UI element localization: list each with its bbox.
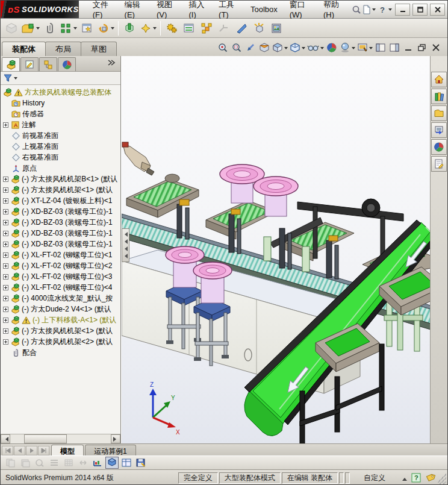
feed-tray-3[interactable] (283, 222, 354, 261)
tree-horizontal-scrollbar[interactable] (1, 434, 120, 443)
tree-row-origin[interactable]: 原点 (1, 163, 120, 174)
last-tab-icon[interactable] (38, 446, 49, 455)
explode-line-sketch-icon[interactable] (216, 20, 232, 37)
expand-toggle[interactable] (3, 285, 8, 290)
lines-icon[interactable] (48, 457, 61, 469)
tree-row-component[interactable]: (-) 4000流水线支架_默认_按 (1, 293, 120, 304)
tree-row-component[interactable]: (-) 方太接风机机架B<1> (默认 (1, 174, 120, 184)
tree-row-component-warning[interactable]: (-) 上下料移载-A<1> (默认 (1, 314, 120, 325)
open-component-icon[interactable] (20, 20, 41, 37)
prev-tab-icon[interactable] (14, 446, 25, 455)
tree-row-component[interactable]: (-) XL-FT-02 (铆螺母工位)<2 (1, 260, 120, 271)
expand-toggle[interactable] (3, 252, 8, 258)
menu-window[interactable]: 窗口(W) (284, 0, 317, 21)
menu-toolbox[interactable]: Toolbox (245, 3, 283, 16)
expand-toggle[interactable] (3, 122, 8, 128)
tree-row-history[interactable]: History (1, 98, 120, 108)
split-pane-right-icon[interactable] (388, 41, 401, 54)
tree-row-component[interactable]: (-) XD-BZ-03 (装螺母工位)-1 (1, 228, 120, 239)
scroll-right-arrow[interactable] (111, 434, 120, 443)
copy-settings-icon[interactable] (19, 457, 32, 469)
design-library-icon[interactable] (431, 89, 447, 104)
minimize-document-icon[interactable] (402, 41, 415, 54)
feature-manager-tab[interactable] (2, 57, 20, 71)
tree-row-sensors[interactable]: 传感器 (1, 108, 120, 119)
graphics-area[interactable]: Z Y X (121, 56, 430, 443)
expand-toggle[interactable] (3, 318, 8, 323)
cable-reel[interactable] (362, 199, 380, 217)
expand-toggle[interactable] (3, 339, 8, 345)
sketch-check-icon[interactable] (33, 457, 46, 469)
tag-icon[interactable] (423, 471, 438, 484)
tree-root-row[interactable]: 方太接风机装螺母总装配体 (1, 87, 120, 98)
close-button[interactable] (430, 4, 445, 16)
view-orientation-icon[interactable] (272, 41, 288, 54)
reference-geometry-icon[interactable] (138, 20, 158, 37)
resize-grip[interactable] (438, 470, 446, 485)
robot-arm[interactable] (122, 142, 154, 175)
move-component-icon[interactable] (96, 20, 116, 37)
expand-toggle[interactable] (3, 177, 8, 182)
expand-toggle[interactable] (3, 296, 8, 301)
display-style-icon[interactable] (289, 41, 306, 54)
compare-icon[interactable] (4, 457, 17, 469)
bill-of-materials-icon[interactable] (181, 20, 198, 37)
menu-view[interactable]: 视图(V) (151, 0, 182, 21)
tab-assembly[interactable]: 装配体 (2, 42, 46, 56)
arrows-icon[interactable] (76, 457, 90, 469)
close-document-icon[interactable] (429, 41, 443, 54)
hide-show-items-icon[interactable] (306, 41, 325, 54)
tree-row-right-plane[interactable]: 右视基准面 (1, 152, 120, 163)
status-custom[interactable]: 自定义 (351, 472, 398, 484)
panel-overflow-chevrons[interactable] (107, 58, 120, 71)
expand-toggle[interactable] (3, 231, 8, 236)
tree-row-front-plane[interactable]: 前视基准面 (1, 130, 120, 141)
motion-study-icon[interactable] (163, 20, 180, 37)
insert-component-icon[interactable] (3, 20, 20, 37)
quick-tips-icon[interactable]: ? (409, 471, 423, 484)
expand-toggle[interactable] (3, 242, 8, 247)
appearances-icon[interactable] (431, 139, 447, 155)
assembly-features-icon[interactable] (121, 20, 138, 37)
large-assembly-mode-icon[interactable] (250, 20, 267, 37)
view-palette-icon[interactable] (431, 122, 447, 138)
search-icon[interactable] (350, 3, 362, 16)
tree-row-component[interactable]: (-) XD-BZ-03 (装螺母工位)-1 (1, 239, 120, 249)
expand-toggle[interactable] (3, 274, 8, 280)
section-view-icon[interactable] (258, 41, 271, 54)
help-button[interactable]: ? (378, 3, 393, 16)
property-manager-tab[interactable] (20, 57, 39, 71)
tab-layout[interactable]: 布局 (45, 42, 81, 56)
menu-tools[interactable]: 工具(T) (213, 0, 244, 21)
edit-appearance-icon[interactable] (356, 41, 373, 54)
expand-toggle[interactable] (3, 209, 8, 214)
custom-properties-icon[interactable] (431, 156, 447, 172)
panel-splitter-arrows[interactable] (122, 228, 129, 262)
new-document-button[interactable] (362, 3, 376, 16)
photo-preview-icon[interactable] (268, 20, 285, 37)
tree-row-annotations[interactable]: 注解 (1, 119, 120, 130)
tree-row-component[interactable]: (-) XL-FT-02 (铆螺母工位)<1 (1, 249, 120, 260)
tree-row-top-plane[interactable]: 上视基准面 (1, 141, 120, 152)
grid-icon[interactable] (62, 457, 75, 469)
view-settings-icon[interactable] (339, 41, 356, 54)
configuration-manager-tab[interactable] (39, 57, 57, 71)
resources-home-icon[interactable] (431, 72, 447, 87)
tree-row-component[interactable]: (-) XD-BZ-03 (装螺母工位)-1 (1, 206, 120, 217)
tree-row-component[interactable]: (-) XL-FT-02 (铆螺母工位)<3 (1, 271, 120, 282)
first-tab-icon[interactable] (2, 446, 13, 455)
menu-edit[interactable]: 编辑(E) (119, 0, 150, 21)
zoom-to-area-icon[interactable] (230, 41, 243, 54)
scrollbar-thumb[interactable] (24, 434, 66, 443)
tree-row-mates[interactable]: 配合 (1, 347, 120, 358)
feeder-stand-2[interactable] (194, 298, 230, 366)
evaluate-table-icon[interactable] (120, 457, 133, 469)
menu-insert[interactable]: 插入(I) (184, 0, 213, 21)
tab-motion-study[interactable]: 运动算例1 (85, 445, 136, 455)
expand-toggle[interactable] (3, 328, 8, 334)
split-pane-left-icon[interactable] (374, 41, 387, 54)
exploded-view-icon[interactable] (198, 20, 215, 37)
expand-toggle[interactable] (3, 307, 8, 312)
expand-toggle[interactable] (3, 198, 8, 204)
tree-row-component[interactable]: (-) XD-BZ-03 (装螺母工位)-1 (1, 217, 120, 228)
